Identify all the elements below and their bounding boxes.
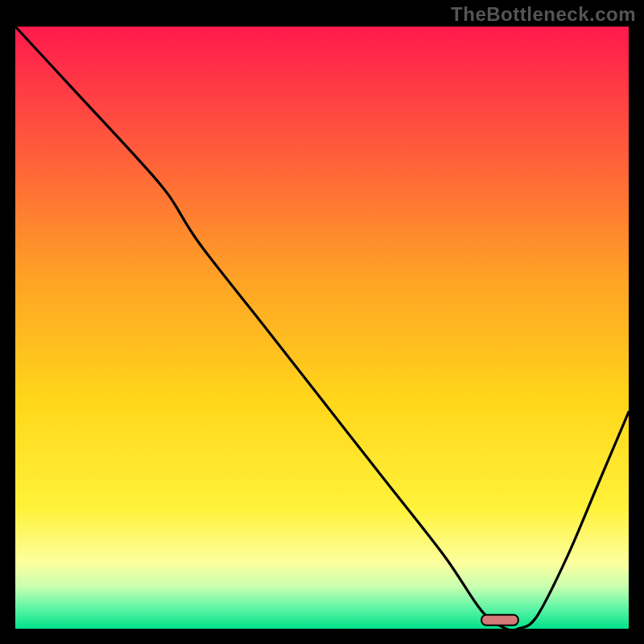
chart-plot-area	[15, 27, 629, 629]
app-frame: TheBottleneck.com	[0, 0, 644, 644]
marker-svg	[15, 27, 629, 629]
watermark-text: TheBottleneck.com	[451, 3, 636, 26]
marker-rect	[481, 615, 518, 625]
